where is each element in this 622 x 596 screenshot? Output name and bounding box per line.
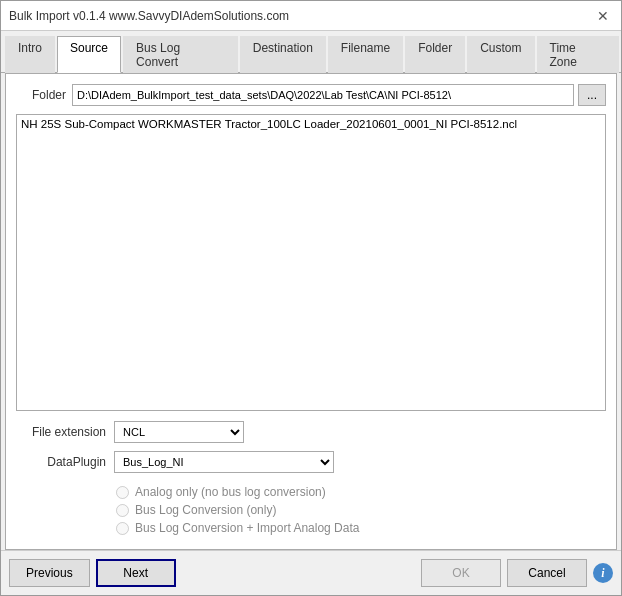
tab-custom[interactable]: Custom <box>467 36 534 73</box>
content-area: Folder ... NH 25S Sub-Compact WORKMASTER… <box>5 73 617 550</box>
radio-bus-log-import-label: Bus Log Conversion + Import Analog Data <box>135 521 359 535</box>
file-item[interactable]: NH 25S Sub-Compact WORKMASTER Tractor_10… <box>19 117 603 131</box>
file-list[interactable]: NH 25S Sub-Compact WORKMASTER Tractor_10… <box>16 114 606 411</box>
radio-bus-log-only-label: Bus Log Conversion (only) <box>135 503 276 517</box>
file-extension-select[interactable]: NCL <box>114 421 244 443</box>
folder-label: Folder <box>16 88 66 102</box>
radio-bus-log-import-input <box>116 522 129 535</box>
main-window: Bulk Import v0.1.4 www.SavvyDIAdemSoluti… <box>0 0 622 596</box>
previous-button[interactable]: Previous <box>9 559 90 587</box>
folder-row: Folder ... <box>16 84 606 106</box>
tab-destination[interactable]: Destination <box>240 36 326 73</box>
tab-timezone[interactable]: Time Zone <box>537 36 619 73</box>
radio-analog-only: Analog only (no bus log conversion) <box>116 485 606 499</box>
file-extension-row: File extension NCL <box>16 421 606 443</box>
tab-intro[interactable]: Intro <box>5 36 55 73</box>
radio-bus-log-only-input <box>116 504 129 517</box>
dataplugin-row: DataPlugin Bus_Log_NI <box>16 451 606 473</box>
radio-bus-log-import-analog: Bus Log Conversion + Import Analog Data <box>116 521 606 535</box>
title-bar: Bulk Import v0.1.4 www.SavvyDIAdemSoluti… <box>1 1 621 31</box>
tab-folder[interactable]: Folder <box>405 36 465 73</box>
tab-bus-log-convert[interactable]: Bus Log Convert <box>123 36 238 73</box>
cancel-button[interactable]: Cancel <box>507 559 587 587</box>
radio-analog-only-input <box>116 486 129 499</box>
dataplugin-select[interactable]: Bus_Log_NI <box>114 451 334 473</box>
window-title: Bulk Import v0.1.4 www.SavvyDIAdemSoluti… <box>9 9 289 23</box>
close-button[interactable]: ✕ <box>593 6 613 26</box>
tab-filename[interactable]: Filename <box>328 36 403 73</box>
footer: Previous Next OK Cancel i <box>1 550 621 595</box>
file-extension-label: File extension <box>16 425 106 439</box>
next-button[interactable]: Next <box>96 559 176 587</box>
radio-bus-log-conversion-only: Bus Log Conversion (only) <box>116 503 606 517</box>
radio-group: Analog only (no bus log conversion) Bus … <box>116 485 606 539</box>
tab-source[interactable]: Source <box>57 36 121 73</box>
folder-input[interactable] <box>72 84 574 106</box>
tab-bar: Intro Source Bus Log Convert Destination… <box>1 31 621 73</box>
browse-button[interactable]: ... <box>578 84 606 106</box>
radio-analog-only-label: Analog only (no bus log conversion) <box>135 485 326 499</box>
dataplugin-label: DataPlugin <box>16 455 106 469</box>
info-icon[interactable]: i <box>593 563 613 583</box>
ok-button[interactable]: OK <box>421 559 501 587</box>
